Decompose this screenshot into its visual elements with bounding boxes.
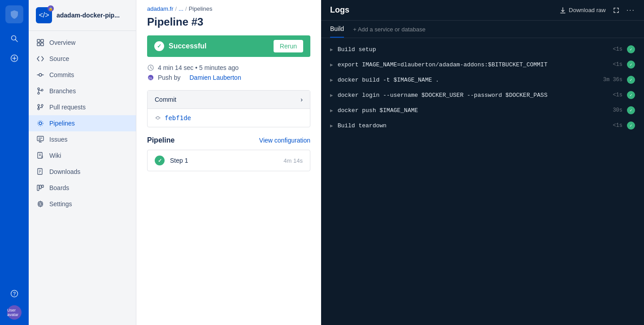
log-entry[interactable]: ▶ export IMAGE_NAME=dlauberton/adadam-ad…: [321, 57, 644, 72]
download-raw-button[interactable]: Download raw: [560, 7, 605, 13]
log-entry[interactable]: ▶ docker push $IMAGE_NAME 30s ✓: [321, 103, 644, 118]
log-status-icon: ✓: [627, 91, 635, 99]
search-icon[interactable]: [6, 30, 22, 47]
log-status-icon: ✓: [627, 45, 635, 53]
step-row[interactable]: ✓ Step 1 4m 14s: [147, 150, 310, 171]
svg-rect-37: [37, 185, 39, 191]
log-status-icon: ✓: [627, 61, 635, 69]
expand-button[interactable]: [613, 7, 619, 13]
tab-build[interactable]: Build: [330, 21, 344, 38]
log-status-icon: ✓: [627, 76, 635, 84]
sidebar-item-overview[interactable]: Overview: [29, 35, 136, 51]
logs-header: Logs Download raw ···: [321, 0, 644, 21]
avatar-icon: DL: [147, 74, 154, 81]
logs-body: ▶ Build setup <1s ✓ ▶ export IMAGE_NAME=…: [321, 38, 644, 325]
log-command: export IMAGE_NAME=dlauberton/adadam-addo…: [338, 61, 613, 68]
svg-rect-10: [41, 43, 44, 46]
repo-icon: </> 🔒: [36, 7, 52, 23]
log-time: 3m 36s: [603, 77, 622, 83]
sidebar-item-wiki[interactable]: Wiki: [29, 147, 136, 164]
view-config-link[interactable]: View configuration: [259, 137, 310, 144]
global-logo[interactable]: [5, 5, 23, 23]
sidebar-item-boards[interactable]: Boards: [29, 180, 136, 196]
sidebar-item-settings[interactable]: Settings: [29, 196, 136, 212]
help-icon[interactable]: ?: [6, 286, 22, 302]
log-entry[interactable]: ▶ docker build -t $IMAGE_NAME . 3m 36s ✓: [321, 72, 644, 87]
create-icon[interactable]: [6, 50, 22, 66]
issues-icon: [36, 135, 45, 144]
logs-panel: Logs Download raw ···: [321, 0, 644, 325]
logs-header-actions: Download raw ···: [560, 6, 635, 14]
commit-chevron: ›: [300, 96, 303, 103]
log-chevron-icon: ▶: [330, 123, 333, 129]
log-time: <1s: [613, 46, 622, 52]
commit-hash[interactable]: febf1de: [165, 114, 191, 121]
pull-requests-icon: [36, 103, 45, 112]
pipeline-section-header: Pipeline View configuration: [147, 136, 310, 144]
step-time: 4m 14s: [283, 157, 303, 164]
wiki-icon: [36, 151, 45, 160]
log-chevron-icon: ▶: [330, 77, 333, 83]
log-entry[interactable]: ▶ Build teardown <1s ✓: [321, 118, 644, 133]
add-service-button[interactable]: + Add a service or database: [353, 26, 426, 33]
log-time: <1s: [613, 92, 622, 98]
commit-label: Commit: [155, 96, 176, 103]
svg-point-40: [39, 203, 42, 205]
branches-icon: [36, 87, 45, 95]
settings-icon: [36, 199, 45, 208]
breadcrumb-repo[interactable]: adadam.fr: [147, 5, 174, 12]
sidebar-item-pull-requests[interactable]: Pull requests: [29, 99, 136, 115]
meta-author-link[interactable]: Damien Lauberton: [189, 74, 241, 81]
sidebar-item-issues[interactable]: Issues: [29, 131, 136, 147]
sidebar-item-pipelines[interactable]: Pipelines: [29, 115, 136, 131]
pipelines-icon: [36, 119, 45, 128]
svg-point-15: [38, 92, 39, 94]
sidebar-nav: Overview Source Commits: [29, 31, 136, 216]
pipeline-section-title: Pipeline: [147, 136, 174, 144]
rerun-button[interactable]: Rerun: [274, 40, 303, 52]
svg-text:DL: DL: [149, 77, 153, 80]
sidebar-item-branches[interactable]: Branches: [29, 83, 136, 99]
breadcrumb: adadam.fr / ... / Pipelines: [136, 0, 321, 12]
breadcrumb-ellipsis[interactable]: ...: [178, 5, 183, 12]
svg-rect-24: [37, 136, 44, 141]
sidebar-item-source[interactable]: Source: [29, 51, 136, 67]
pipeline-title: Pipeline #3: [136, 12, 321, 35]
log-time: <1s: [613, 122, 622, 129]
svg-point-11: [39, 74, 42, 76]
more-options-button[interactable]: ···: [627, 6, 635, 14]
commit-header[interactable]: Commit ›: [148, 91, 310, 109]
log-time: 30s: [613, 107, 622, 113]
sidebar-header: </> 🔒 adadam-docker-pip...: [29, 0, 136, 31]
repo-name[interactable]: adadam-docker-pip...: [57, 12, 120, 19]
svg-point-23: [38, 121, 43, 126]
source-icon: [36, 54, 45, 63]
svg-point-14: [38, 88, 39, 90]
breadcrumb-current: Pipelines: [189, 5, 213, 12]
sidebar-item-commits[interactable]: Commits: [29, 67, 136, 83]
boards-icon: [36, 183, 45, 192]
success-check-icon: ✓: [154, 41, 164, 51]
svg-rect-39: [42, 185, 44, 187]
svg-rect-9: [37, 43, 40, 46]
pipeline-body: ✓ Successful Rerun 4 min 14 sec • 5 minu…: [136, 35, 321, 171]
log-entry[interactable]: ▶ Build setup <1s ✓: [321, 42, 644, 57]
private-badge: 🔒: [48, 5, 54, 12]
log-chevron-icon: ▶: [330, 108, 333, 113]
meta-author-row: DL Push by Damien Lauberton: [147, 74, 310, 81]
main-content: adadam.fr / ... / Pipelines Pipeline #3 …: [136, 0, 321, 325]
step-label: Step 1: [170, 157, 278, 164]
svg-point-46: [157, 117, 159, 119]
svg-point-22: [39, 122, 42, 125]
meta-duration: 4 min 14 sec • 5 minutes ago: [158, 64, 239, 71]
svg-rect-8: [41, 39, 44, 42]
status-left: ✓ Successful: [154, 41, 206, 51]
log-command: docker login --username $DOCKER_USER --p…: [338, 92, 613, 99]
svg-rect-32: [41, 156, 43, 158]
log-command: docker build -t $IMAGE_NAME .: [338, 77, 603, 83]
meta-duration-row: 4 min 14 sec • 5 minutes ago: [147, 64, 310, 71]
log-time: <1s: [613, 61, 622, 68]
sidebar-item-downloads[interactable]: Downloads: [29, 164, 136, 180]
log-entry[interactable]: ▶ docker login --username $DOCKER_USER -…: [321, 87, 644, 103]
user-avatar[interactable]: User avatar: [7, 305, 22, 320]
